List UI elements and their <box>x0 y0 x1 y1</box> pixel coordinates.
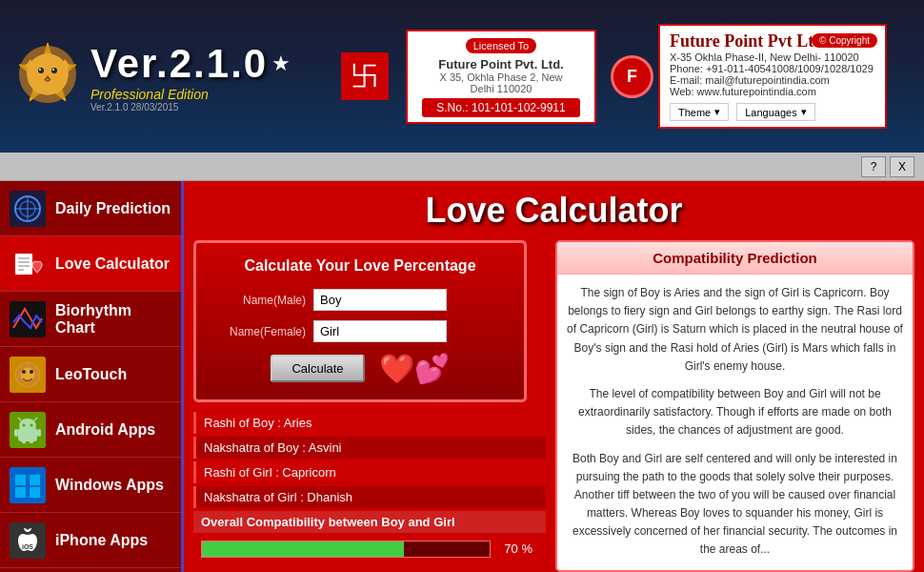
progress-label: 70 % <box>498 540 538 558</box>
svg-point-1 <box>27 53 69 95</box>
svg-text:iOS: iOS <box>22 543 33 550</box>
header: Ver.2.1.0 ★ Professional Edition Ver.2.1… <box>0 0 924 153</box>
copyright-badge: © Copyright <box>812 33 877 48</box>
windows-icon <box>10 467 46 503</box>
svg-rect-30 <box>37 429 41 437</box>
professional-edition: Professional Edition <box>90 87 291 102</box>
svg-point-33 <box>19 419 36 432</box>
logo-area: Ver.2.1.0 ★ Professional Edition Ver.2.1… <box>10 38 333 114</box>
sidebar-label-android: Android Apps <box>55 421 155 439</box>
svg-point-26 <box>30 370 33 374</box>
sidebar-label-windows: Windows Apps <box>55 477 164 494</box>
svg-rect-38 <box>10 467 46 503</box>
sidebar-label-iphone: iPhone Apps <box>55 532 148 549</box>
love-calculator-icon <box>10 246 46 282</box>
overall-row: Overall Compatibility between Boy and Gi… <box>193 511 546 533</box>
leostar-title: Ver.2.1.0 <box>90 41 268 87</box>
female-name-row: Name(Female) <box>211 320 510 342</box>
company-info-box: © Copyright Future Point Pvt Ltd. X-35 O… <box>658 24 887 129</box>
compat-para-2: The level of compatibility between Boy a… <box>567 385 903 440</box>
sidebar-label-leo: LeoTouch <box>55 366 127 383</box>
progress-row: 70 % <box>193 536 546 562</box>
licensed-to-label: Licensed To <box>466 38 537 53</box>
help-button[interactable]: ? <box>861 156 886 177</box>
biorhythm-icon <box>10 301 46 337</box>
lc-form-box: Calculate Your Love Percentage Name(Male… <box>193 240 527 402</box>
sidebar-item-daily-prediction[interactable]: Daily Prediction <box>0 181 181 236</box>
leoTouch-icon <box>10 357 46 393</box>
svg-point-5 <box>39 69 41 71</box>
fp-web: Web: www.futurepointindia.com <box>670 86 875 97</box>
sidebar-label-bio: Biorhythm Chart <box>55 302 171 337</box>
lc-container: Calculate Your Love Percentage Name(Male… <box>184 235 924 572</box>
company-addr1: X 35, Okhla Phase 2, New <box>422 72 580 83</box>
sidebar-item-android[interactable]: Android Apps <box>0 402 181 458</box>
svg-rect-31 <box>22 439 26 443</box>
compatibility-text[interactable]: The sign of Boy is Aries and the sign of… <box>557 275 913 570</box>
male-name-input[interactable] <box>313 289 447 311</box>
sidebar: Daily Prediction Love Calculator <box>0 181 184 572</box>
rashi-girl-row: Rashi of Girl : Capricorn <box>193 461 546 483</box>
svg-rect-42 <box>30 487 40 498</box>
sidebar-item-love-calculator[interactable]: Love Calculator <box>0 236 181 292</box>
star-decoration: ★ <box>271 51 291 76</box>
rashi-boy-row: Rashi of Boy : Aries <box>193 412 546 434</box>
svg-point-3 <box>38 68 44 73</box>
svg-rect-40 <box>30 475 40 485</box>
svg-point-34 <box>23 423 26 426</box>
swastik-symbol: 卐 <box>341 52 389 100</box>
progress-bar-fill <box>202 541 404 557</box>
license-box: Licensed To Future Point Pvt. Ltd. X 35,… <box>406 30 596 124</box>
fp-logo-circle: F <box>611 55 653 98</box>
fp-phone: Phone: +91-011-40541008/1009/1028/1029 <box>670 63 875 74</box>
sidebar-item-biorhythm[interactable]: Biorhythm Chart <box>0 292 181 347</box>
sidebar-label-love: Love Calculator <box>55 255 170 273</box>
sidebar-item-windows[interactable]: Windows Apps <box>0 458 181 513</box>
heart-decoration: ❤️💕 <box>379 352 450 385</box>
company-addr2: Delhi 110020 <box>422 83 580 94</box>
page-title: Love Calculator <box>184 181 924 235</box>
svg-point-6 <box>52 69 54 71</box>
serial-number: S.No.: 101-101-102-9911 <box>422 98 580 117</box>
svg-rect-39 <box>15 475 26 485</box>
sidebar-item-iphone[interactable]: iOS iPhone Apps <box>0 513 181 568</box>
iphone-icon: iOS <box>10 522 46 559</box>
svg-rect-16 <box>15 254 32 275</box>
svg-point-35 <box>30 423 33 426</box>
version-text: Ver.2.1.0 28/03/2015 <box>90 102 291 112</box>
logo-text-area: Ver.2.1.0 ★ Professional Edition Ver.2.1… <box>90 41 291 112</box>
compatibility-title: Compatibility Prediction <box>557 242 913 275</box>
svg-point-25 <box>22 370 26 374</box>
svg-rect-41 <box>15 487 26 498</box>
calc-btn-row: Calculate ❤️💕 <box>211 352 510 385</box>
male-name-label: Name(Male) <box>211 294 306 307</box>
fp-addr: X-35 Okhla Phase-II, New Delhi- 110020 <box>670 51 875 63</box>
svg-point-4 <box>51 68 57 73</box>
lion-icon <box>10 38 86 114</box>
form-title: Calculate Your Love Percentage <box>211 257 510 275</box>
compatibility-panel: Compatibility Prediction The sign of Boy… <box>555 240 914 572</box>
compat-para-1: The sign of Boy is Aries and the sign of… <box>567 284 903 376</box>
male-name-row: Name(Male) <box>211 289 510 311</box>
languages-dropdown[interactable]: Languages ▾ <box>736 103 814 121</box>
main-layout: Daily Prediction Love Calculator <box>0 181 924 572</box>
form-and-results: Calculate Your Love Percentage Name(Male… <box>193 240 546 572</box>
sidebar-item-leoTouch[interactable]: LeoTouch <box>0 347 181 402</box>
nakshatra-girl-row: Nakshatra of Girl : Dhanish <box>193 486 546 508</box>
theme-dropdown[interactable]: Theme ▾ <box>670 103 729 121</box>
fp-email: E-mail: mail@futurepointindia.com <box>670 74 875 86</box>
compat-para-3: Both Boy and Girl are self centered and … <box>567 450 903 560</box>
toolbar: ? X <box>0 153 924 181</box>
content-area: Love Calculator Calculate Your Love Perc… <box>184 181 924 572</box>
svg-rect-29 <box>14 429 18 437</box>
nakshatra-boy-row: Nakshatra of Boy : Asvini <box>193 437 546 459</box>
daily-prediction-icon <box>10 191 46 227</box>
close-button[interactable]: X <box>890 156 914 177</box>
calculate-button[interactable]: Calculate <box>271 355 364 382</box>
female-name-label: Name(Female) <box>211 325 306 338</box>
svg-rect-32 <box>30 439 33 443</box>
sidebar-label-daily: Daily Prediction <box>55 200 171 217</box>
android-icon <box>10 412 46 448</box>
company-name: Future Point Pvt. Ltd. <box>422 57 580 72</box>
female-name-input[interactable] <box>313 320 447 342</box>
